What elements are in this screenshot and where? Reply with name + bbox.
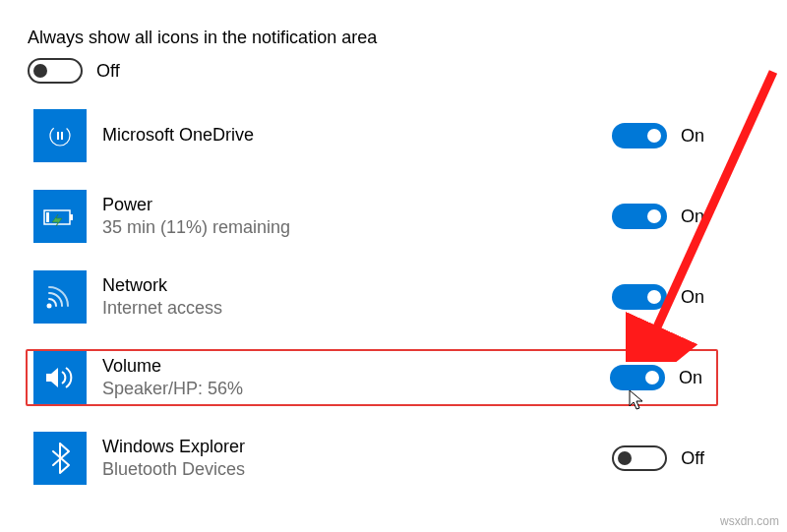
item-toggle[interactable]: [612, 123, 667, 148]
battery-icon: [33, 190, 87, 243]
item-title: Windows Explorer: [102, 436, 612, 458]
item-text: VolumeSpeaker/HP: 56%: [102, 355, 610, 401]
item-toggle[interactable]: [610, 365, 665, 390]
item-title: Network: [102, 274, 612, 297]
item-title: Volume: [102, 355, 610, 378]
watermark: wsxdn.com: [720, 514, 779, 528]
always-show-state: Off: [96, 61, 120, 82]
item-toggle-state: Off: [681, 448, 704, 469]
item-title: Microsoft OneDrive: [102, 124, 612, 147]
toggle-area: On: [612, 123, 704, 148]
item-toggle[interactable]: [612, 445, 667, 471]
item-toggle[interactable]: [612, 284, 667, 310]
list-item: Windows ExplorerBluetooth DevicesOff: [28, 430, 718, 487]
list-item: VolumeSpeaker/HP: 56%On: [26, 349, 718, 406]
svg-rect-2: [61, 132, 63, 140]
list-item: Power35 min (11%) remainingOn: [28, 188, 718, 245]
toggle-area: On: [610, 365, 702, 390]
wifi-icon: [33, 270, 87, 324]
toggle-area: On: [612, 284, 704, 310]
onedrive-sync-icon: [33, 109, 87, 162]
item-title: Power: [102, 194, 612, 216]
list-item: NetworkInternet accessOn: [28, 268, 718, 325]
item-toggle-state: On: [681, 287, 704, 308]
item-text: Microsoft OneDrive: [102, 124, 612, 147]
item-text: NetworkInternet access: [102, 274, 612, 321]
svg-point-6: [47, 304, 52, 309]
svg-point-0: [50, 126, 70, 146]
toggle-area: On: [612, 204, 704, 229]
item-subtitle: 35 min (11%) remaining: [102, 216, 612, 239]
item-toggle-state: On: [679, 368, 702, 388]
item-subtitle: Internet access: [102, 297, 612, 320]
always-show-label: Always show all icons in the notificatio…: [28, 28, 728, 48]
always-show-toggle[interactable]: [28, 58, 83, 84]
speaker-icon: [33, 351, 87, 404]
always-show-toggle-row: Off: [28, 58, 728, 84]
item-toggle-state: On: [681, 126, 704, 147]
item-subtitle: Bluetooth Devices: [102, 458, 612, 481]
always-show-setting: Always show all icons in the notificatio…: [28, 28, 728, 48]
svg-rect-5: [46, 212, 49, 222]
item-text: Windows ExplorerBluetooth Devices: [102, 436, 612, 482]
notification-area-settings: Always show all icons in the notificatio…: [0, 0, 728, 487]
item-text: Power35 min (11%) remaining: [102, 194, 612, 240]
svg-rect-1: [57, 132, 59, 140]
item-toggle-state: On: [681, 207, 704, 227]
item-toggle[interactable]: [612, 204, 667, 229]
bluetooth-icon: [33, 432, 87, 485]
svg-rect-4: [70, 214, 73, 220]
item-subtitle: Speaker/HP: 56%: [102, 378, 610, 400]
toggle-area: Off: [612, 445, 704, 471]
list-item: Microsoft OneDriveOn: [28, 107, 718, 164]
